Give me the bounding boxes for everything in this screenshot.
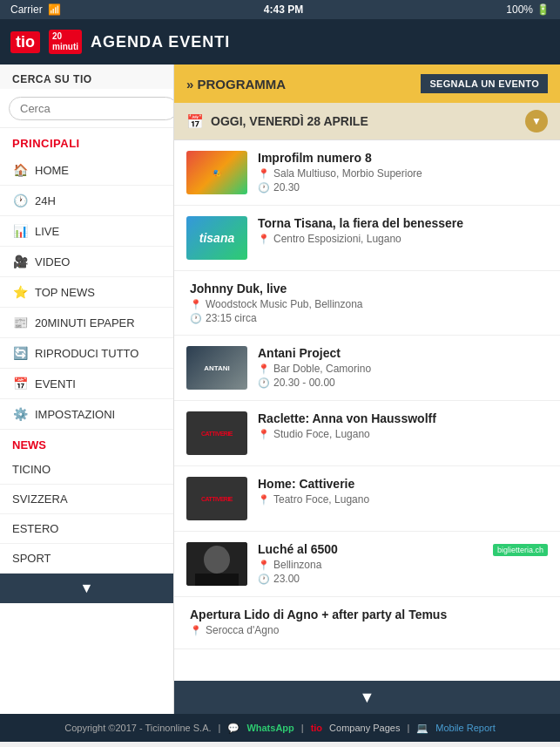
sidebar-item-ticino[interactable]: TICINO	[0, 455, 173, 485]
footer-company-label[interactable]: Company Pages	[329, 723, 400, 733]
event-title-improfilm: Improfilm numero 8	[258, 151, 548, 165]
event-location-luche: 📍 Bellinzona	[258, 559, 548, 571]
event-title-antani: Antani Project	[258, 346, 548, 360]
footer-whatsapp-label[interactable]: WhatsApp	[246, 723, 293, 733]
time-icon: 🕐	[258, 574, 270, 585]
event-item-tisana[interactable]: tisana Torna Tisana, la fiera del beness…	[174, 206, 560, 271]
sidebar-live-label: LIVE	[35, 225, 59, 238]
sidebar-item-topnews[interactable]: ⭐ TOP NEWS	[0, 277, 173, 308]
event-item-improfilm[interactable]: 🎭 Improfilm numero 8 📍 Sala Multiuso, Mo…	[174, 140, 560, 206]
scroll-down-arrow[interactable]: ▼	[360, 689, 375, 707]
calendar-icon: 📅	[12, 377, 28, 390]
repeat-icon: 🔄	[12, 346, 28, 360]
event-location-tisana: 📍 Centro Esposizioni, Lugano	[258, 233, 548, 245]
ticket-badge: biglietteria.ch	[493, 544, 548, 556]
sidebar-item-video[interactable]: 🎥 VIDEO	[0, 247, 173, 277]
battery-icon: 🔋	[536, 3, 550, 16]
event-info-raclette: Raclette: Anna von Hausswolff 📍 Studio F…	[258, 411, 548, 442]
content-area: » PROGRAMMA SEGNALA UN EVENTO 📅 OGGI, VE…	[174, 65, 560, 714]
location-icon: 📍	[258, 363, 270, 375]
event-info-johnny: Johnny Duk, live 📍 Woodstock Music Pub, …	[186, 282, 548, 324]
event-info-luche: Luché al 6500 biglietteria.ch 📍 Bellinzo…	[258, 542, 548, 585]
svg-point-1	[204, 546, 230, 574]
event-location-apertura: 📍 Serocca d'Agno	[190, 624, 548, 636]
footer-copyright: Copyright ©2017 - Ticinonline S.A.	[64, 723, 211, 733]
bottom-nav: ▼	[174, 681, 560, 714]
gear-icon: ⚙️	[12, 407, 28, 421]
event-location-cattiverie: 📍 Teatro Foce, Lugano	[258, 493, 548, 506]
time-icon: 🕐	[258, 182, 270, 194]
sidebar-riproduci-label: RIPRODUCI TUTTO	[35, 347, 138, 360]
event-title-apertura: Apertura Lido di Agno + after party al T…	[190, 608, 548, 621]
event-thumb-antani: ANTANI	[186, 346, 247, 390]
location-icon: 📍	[190, 625, 202, 636]
time-icon: 🕐	[190, 313, 202, 324]
event-item-johnny[interactable]: Johnny Duk, live 📍 Woodstock Music Pub, …	[174, 271, 560, 336]
location-icon: 📍	[258, 494, 270, 506]
main-layout: CERCA SU TIO 🔍 PRINCIPALI 🏠 HOME 🕐 24H 📊…	[0, 65, 560, 714]
sidebar-item-estero[interactable]: ESTERO	[0, 514, 173, 544]
event-info-cattiverie: Home: Cattiverie 📍 Teatro Foce, Lugano	[258, 477, 548, 507]
events-list: 🎭 Improfilm numero 8 📍 Sala Multiuso, Mo…	[174, 140, 560, 681]
event-title-raclette: Raclette: Anna von Hausswolff	[258, 411, 548, 425]
epaper-icon: 📰	[12, 316, 28, 329]
sidebar-item-svizzera[interactable]: SVIZZERA	[0, 485, 173, 514]
event-location-raclette: 📍 Studio Foce, Lugano	[258, 428, 548, 440]
location-icon: 📍	[190, 299, 202, 310]
logo-20min: 20minuti	[49, 30, 82, 54]
sidebar-item-eventi[interactable]: 📅 EVENTI	[0, 369, 173, 399]
sidebar-epaper-label: 20MINUTI EPAPER	[35, 316, 135, 329]
footer-tio-logo: tio	[311, 723, 322, 733]
event-thumb-raclette: CATTIVERIE	[186, 411, 247, 455]
location-icon: 📍	[258, 168, 270, 180]
event-item-cattiverie[interactable]: CATTIVERIE Home: Cattiverie 📍 Teatro Foc…	[174, 466, 560, 532]
event-title-johnny: Johnny Duk, live	[190, 282, 548, 295]
footer-sep3: |	[407, 723, 409, 733]
sidebar-item-24h[interactable]: 🕐 24H	[0, 186, 173, 216]
sidebar-eventi-label: EVENTI	[35, 377, 76, 390]
segnala-button[interactable]: SEGNALA UN EVENTO	[421, 74, 548, 93]
event-title-cattiverie: Home: Cattiverie	[258, 477, 548, 491]
sidebar-item-epaper[interactable]: 📰 20MINUTI EPAPER	[0, 308, 173, 338]
date-text: 📅 OGGI, VENERDÌ 28 APRILE	[186, 113, 368, 130]
sidebar-item-sport[interactable]: SPORT	[0, 544, 173, 574]
event-item-luche[interactable]: Luché al 6500 biglietteria.ch 📍 Bellinzo…	[174, 532, 560, 597]
sidebar-item-riproduci[interactable]: 🔄 RIPRODUCI TUTTO	[0, 338, 173, 369]
footer-mobile-label[interactable]: Mobile Report	[435, 723, 495, 733]
event-title-tisana: Torna Tisana, la fiera del benessere	[258, 216, 548, 230]
carrier-label: Carrier	[10, 3, 43, 16]
search-box: 🔍	[0, 89, 173, 128]
sidebar-home-label: HOME	[35, 164, 69, 177]
event-info-apertura: Apertura Lido di Agno + after party al T…	[186, 608, 548, 638]
sidebar-impostazioni-label: IMPOSTAZIONI	[35, 408, 115, 421]
event-time-antani: 🕐 20.30 - 00.00	[258, 377, 548, 389]
location-icon: 📍	[258, 429, 270, 440]
event-title-luche: Luché al 6500	[258, 542, 338, 556]
status-left: Carrier 📶	[10, 3, 61, 16]
sidebar-item-live[interactable]: 📊 LIVE	[0, 216, 173, 247]
status-time: 4:43 PM	[264, 3, 303, 16]
event-location-improfilm: 📍 Sala Multiuso, Morbio Superiore	[258, 167, 548, 180]
event-thumb-tisana: tisana	[186, 216, 247, 260]
sidebar-item-impostazioni[interactable]: ⚙️ IMPOSTAZIONI	[0, 399, 173, 430]
battery-label: 100%	[506, 3, 533, 16]
footer-whatsapp-icon: 💬	[227, 723, 240, 734]
sidebar-item-home[interactable]: 🏠 HOME	[0, 155, 173, 186]
location-icon: 📍	[258, 560, 270, 571]
luche-thumb-img	[186, 542, 247, 586]
app-title: AGENDA EVENTI	[91, 33, 230, 51]
date-dropdown-button[interactable]: ▼	[525, 110, 548, 132]
video-icon: 🎥	[12, 255, 28, 268]
event-item-raclette[interactable]: CATTIVERIE Raclette: Anna von Hausswolff…	[174, 401, 560, 466]
event-thumb-cattiverie: CATTIVERIE	[186, 477, 247, 520]
footer-mobile-icon: 💻	[416, 723, 428, 734]
event-item-antani[interactable]: ANTANI Antani Project 📍 Bar Doble, Camor…	[174, 336, 560, 401]
search-input[interactable]	[9, 97, 174, 120]
event-location-johnny: 📍 Woodstock Music Pub, Bellinzona	[190, 298, 548, 310]
event-item-apertura[interactable]: Apertura Lido di Agno + after party al T…	[174, 597, 560, 649]
time-icon: 🕐	[258, 377, 270, 389]
sidebar-scroll-down[interactable]: ▼	[0, 574, 173, 603]
date-label: OGGI, VENERDÌ 28 APRILE	[211, 114, 368, 128]
event-location-antani: 📍 Bar Doble, Camorino	[258, 363, 548, 375]
event-info-improfilm: Improfilm numero 8 📍 Sala Multiuso, Morb…	[258, 151, 548, 194]
